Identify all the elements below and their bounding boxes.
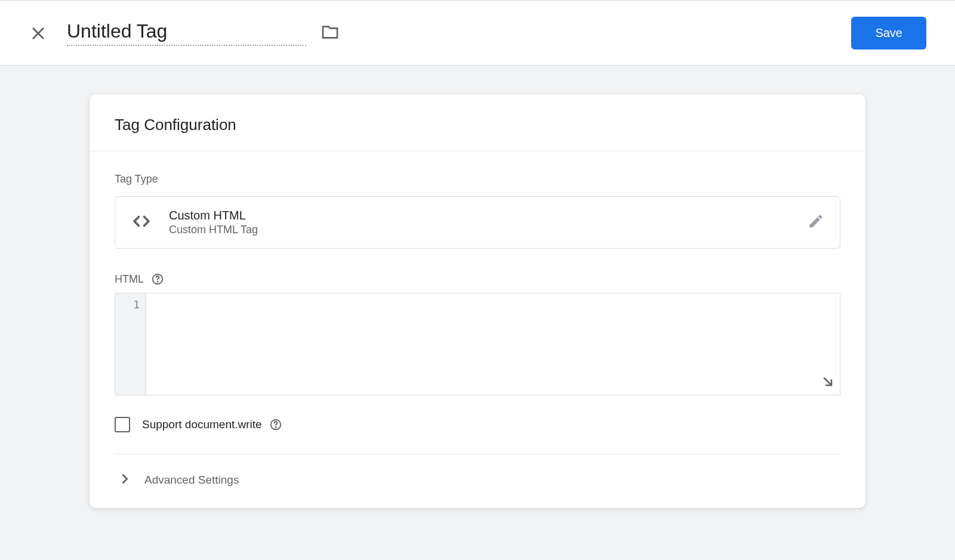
help-icon bbox=[269, 418, 282, 431]
close-icon bbox=[30, 25, 47, 42]
svg-point-6 bbox=[275, 427, 276, 428]
html-code-editor[interactable]: 1 bbox=[115, 293, 840, 395]
svg-point-3 bbox=[157, 281, 158, 282]
close-button[interactable] bbox=[29, 24, 48, 43]
editor-content[interactable] bbox=[146, 293, 840, 395]
page-header: Save bbox=[0, 0, 955, 66]
support-docwrite-row: Support document.write bbox=[115, 417, 840, 454]
pencil-icon bbox=[808, 213, 824, 230]
editor-gutter: 1 bbox=[115, 293, 146, 395]
advanced-settings-label: Advanced Settings bbox=[144, 474, 239, 487]
editor-resize-handle[interactable] bbox=[821, 375, 835, 391]
support-docwrite-checkbox[interactable] bbox=[115, 417, 130, 432]
advanced-settings-toggle[interactable]: Advanced Settings bbox=[115, 454, 840, 508]
folder-button[interactable] bbox=[321, 23, 340, 44]
html-label-row: HTML bbox=[115, 273, 840, 286]
tag-type-text: Custom HTML Custom HTML Tag bbox=[169, 209, 808, 236]
edit-tag-type-button[interactable] bbox=[808, 213, 824, 232]
support-docwrite-label: Support document.write bbox=[142, 418, 262, 431]
tag-type-subtitle: Custom HTML Tag bbox=[169, 224, 808, 236]
tag-configuration-card: Tag Configuration Tag Type Custom HTML C… bbox=[90, 94, 865, 508]
card-body: Tag Type Custom HTML Custom HTML Tag bbox=[90, 151, 865, 508]
docwrite-help-button[interactable] bbox=[269, 418, 282, 431]
card-title: Tag Configuration bbox=[90, 94, 865, 151]
svg-line-4 bbox=[824, 378, 831, 385]
html-label: HTML bbox=[115, 273, 144, 286]
save-button[interactable]: Save bbox=[851, 17, 926, 49]
help-icon bbox=[151, 273, 164, 286]
code-icon bbox=[131, 211, 152, 234]
html-section: HTML 1 bbox=[115, 273, 840, 395]
folder-icon bbox=[321, 23, 340, 42]
tag-type-title: Custom HTML bbox=[169, 209, 808, 222]
tag-type-selector[interactable]: Custom HTML Custom HTML Tag bbox=[115, 196, 840, 249]
content-area: Tag Configuration Tag Type Custom HTML C… bbox=[0, 66, 955, 508]
tag-name-input[interactable] bbox=[67, 20, 306, 46]
line-number: 1 bbox=[115, 298, 140, 311]
resize-icon bbox=[821, 375, 835, 389]
tag-type-label: Tag Type bbox=[115, 173, 840, 185]
html-help-button[interactable] bbox=[151, 273, 164, 286]
chevron-right-icon bbox=[118, 472, 131, 488]
